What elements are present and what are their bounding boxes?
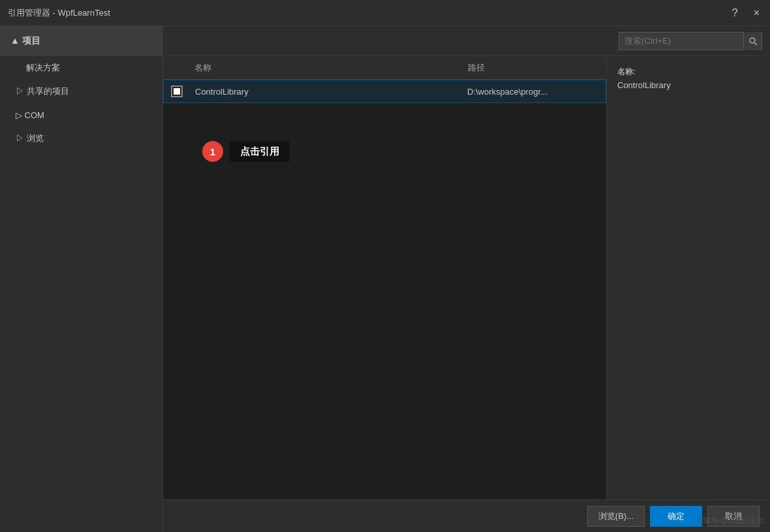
sidebar-item-browse-label: ▷ 浏览	[16, 133, 44, 144]
detail-name-value: ControlLibrary	[617, 80, 760, 90]
annotation: 1 点击引用	[202, 141, 290, 162]
table-row[interactable]: ControlLibrary D:\workspace\progr...	[163, 80, 606, 103]
sidebar-item-com[interactable]: ▷ COM	[0, 103, 162, 127]
close-button[interactable]: ×	[751, 7, 762, 19]
sidebar-item-com-label: ▷ COM	[16, 110, 44, 120]
help-button[interactable]: ?	[730, 7, 741, 19]
sidebar-item-shared-label: ▷ 共享的项目	[16, 86, 69, 97]
title-bar-controls: ? ×	[730, 7, 762, 19]
title-bar: 引用管理器 - WpfLearnTest ? ×	[0, 0, 770, 26]
window-title: 引用管理器 - WpfLearnTest	[8, 7, 110, 19]
sidebar: ▲ 项目 解决方案 ▷ 共享的项目 ▷ COM ▷ 浏览	[0, 26, 163, 532]
header-name-col: 名称	[189, 62, 463, 74]
search-input[interactable]	[619, 36, 743, 46]
checkbox-box[interactable]	[171, 86, 183, 97]
cancel-button[interactable]: 取消	[707, 506, 760, 527]
sidebar-item-solution-label: 解决方案	[26, 62, 60, 74]
search-bar	[163, 26, 770, 56]
main-container: ▲ 项目 解决方案 ▷ 共享的项目 ▷ COM ▷ 浏览	[0, 26, 770, 532]
row-checkbox-cell[interactable]	[164, 86, 190, 97]
annotation-label: 点击引用	[230, 142, 290, 162]
sidebar-item-solution[interactable]: 解决方案	[0, 56, 162, 80]
search-icon-button[interactable]	[743, 32, 762, 50]
checkbox-inner	[174, 88, 180, 95]
row-path-cell: D:\workspace\progr...	[462, 87, 606, 97]
detail-panel: 名称: ControlLibrary	[607, 56, 770, 499]
content-area: 名称 路径 ControlLibrary D:\workspace\progr.…	[163, 26, 770, 532]
svg-point-0	[750, 38, 755, 43]
bottom-bar: 浏览(B)... 确定 取消	[163, 499, 770, 532]
browse-button[interactable]: 浏览(B)...	[587, 506, 645, 527]
search-icon	[748, 37, 758, 46]
table-header: 名称 路径	[163, 56, 606, 80]
header-path-col: 路径	[463, 62, 606, 74]
table-area: 名称 路径 ControlLibrary D:\workspace\progr.…	[163, 56, 607, 499]
sidebar-header-label: ▲ 项目	[10, 35, 40, 47]
annotation-number: 1	[202, 141, 223, 162]
sidebar-header[interactable]: ▲ 项目	[0, 26, 162, 56]
split-area: 名称 路径 ControlLibrary D:\workspace\progr.…	[163, 56, 770, 499]
sidebar-item-browse[interactable]: ▷ 浏览	[0, 127, 162, 150]
row-name-cell: ControlLibrary	[190, 87, 462, 97]
sidebar-item-shared[interactable]: ▷ 共享的项目	[0, 80, 162, 103]
svg-line-1	[754, 42, 757, 45]
confirm-button[interactable]: 确定	[650, 506, 702, 527]
search-input-wrapper	[619, 32, 762, 50]
detail-name-label: 名称:	[617, 67, 760, 78]
